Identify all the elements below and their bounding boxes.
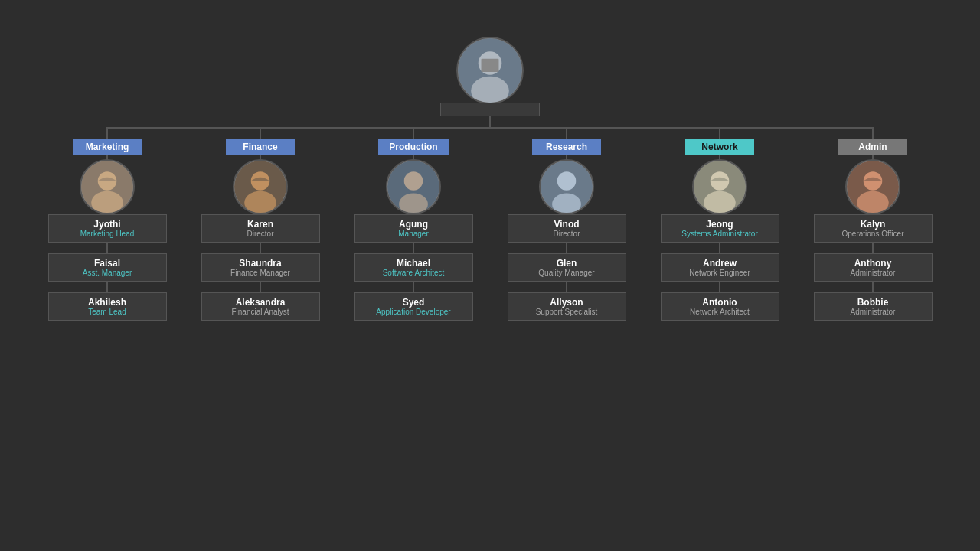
svg-rect-3 <box>482 59 499 72</box>
role-l2-admin: Administrator <box>822 269 924 277</box>
name-l3-finance: Aleksandra <box>210 297 312 308</box>
name-vinod: Vinod <box>516 219 618 230</box>
card-allyson: Allyson Support Specialist <box>508 292 626 321</box>
director-section <box>31 37 949 127</box>
svg-point-14 <box>557 171 577 191</box>
name-l3-network: Antonio <box>669 297 771 308</box>
name-l3-marketing: Akhilesh <box>57 297 158 308</box>
v-line-3 <box>413 127 414 139</box>
card-faisal: Faisal Asst. Manager <box>48 253 167 282</box>
card-karen: Karen Director <box>201 214 320 243</box>
card-aleksandra: Aleksandra Financial Analyst <box>201 292 320 321</box>
card-akhilesh: Akhilesh Team Lead <box>48 292 167 321</box>
v-line-5 <box>719 127 720 139</box>
role-l3-production: Application Developer <box>363 308 465 316</box>
name-l2-network: Andrew <box>669 258 771 269</box>
role-agung: Manager <box>363 230 465 238</box>
name-l3-research: Allyson <box>516 297 618 308</box>
card-anthony: Anthony Administrator <box>814 253 933 282</box>
card-jyothi: Jyothi Marketing Head <box>48 214 167 243</box>
avatar-agung <box>386 159 441 214</box>
card-syed: Syed Application Developer <box>354 292 473 321</box>
dept-col-research: Research Vinod Director Glen Quality Man… <box>490 139 643 321</box>
avatar-karen <box>233 159 288 214</box>
v-line-2 <box>260 127 261 139</box>
name-kalyn: Kalyn <box>822 219 924 230</box>
org-chart: Marketing Jyothi Marketing Head Faisal A… <box>31 37 949 321</box>
h-line <box>107 127 873 129</box>
role-l2-marketing: Asst. Manager <box>57 269 158 277</box>
card-vinod: Vinod Director <box>508 214 626 243</box>
role-vinod: Director <box>516 230 618 238</box>
role-l3-admin: Administrator <box>822 308 924 316</box>
svg-point-17 <box>710 171 730 191</box>
dir-down-conn <box>489 116 491 127</box>
dept-badge-finance: Finance <box>226 139 295 155</box>
director-card <box>440 103 540 116</box>
avatar-jeong <box>692 159 747 214</box>
name-l3-admin: Bobbie <box>822 297 924 308</box>
dept-col-marketing: Marketing Jyothi Marketing Head Faisal A… <box>31 139 184 321</box>
card-kalyn: Kalyn Operations Officer <box>814 214 933 243</box>
name-l2-finance: Shaundra <box>210 258 312 269</box>
role-l2-finance: Finance Manager <box>210 269 312 277</box>
card-bobbie: Bobbie Administrator <box>814 292 933 321</box>
svg-point-5 <box>98 171 117 191</box>
name-l3-production: Syed <box>363 297 465 308</box>
card-shaundra: Shaundra Finance Manager <box>201 253 320 282</box>
v-line-4 <box>566 127 567 139</box>
role-l3-finance: Financial Analyst <box>210 308 312 316</box>
v-line-1 <box>106 127 108 139</box>
name-l2-production: Michael <box>363 258 465 269</box>
role-l2-network: Network Engineer <box>669 269 771 277</box>
avatar-kalyn <box>845 159 900 214</box>
dept-badge-production: Production <box>378 139 448 155</box>
card-andrew: Andrew Network Engineer <box>661 253 779 282</box>
name-jeong: Jeong <box>669 219 771 230</box>
name-l2-admin: Anthony <box>822 258 924 269</box>
avatar-vinod <box>539 159 594 214</box>
card-agung: Agung Manager <box>354 214 473 243</box>
dept-v-lines <box>31 127 949 139</box>
card-michael: Michael Software Architect <box>354 253 473 282</box>
v-line-6 <box>872 127 874 139</box>
page: Marketing Jyothi Marketing Head Faisal A… <box>0 0 980 551</box>
role-l2-research: Quality Manager <box>516 269 618 277</box>
name-agung: Agung <box>363 219 465 230</box>
name-l2-marketing: Faisal <box>57 258 158 269</box>
dept-badge-network: Network <box>685 139 754 155</box>
svg-point-20 <box>864 171 883 191</box>
role-l3-network: Network Architect <box>669 308 771 316</box>
dept-col-network: Network Jeong Systems Administrator Andr… <box>643 139 796 321</box>
role-kalyn: Operations Officer <box>822 230 924 238</box>
card-jeong: Jeong Systems Administrator <box>661 214 779 243</box>
avatar-jyothi <box>80 159 135 214</box>
role-karen: Director <box>210 230 312 238</box>
departments-row: Marketing Jyothi Marketing Head Faisal A… <box>31 139 949 321</box>
dept-badge-admin: Admin <box>838 139 907 155</box>
role-l2-production: Software Architect <box>363 269 465 277</box>
name-jyothi: Jyothi <box>57 219 158 230</box>
svg-point-11 <box>404 171 423 191</box>
role-l3-research: Support Specialist <box>516 308 618 316</box>
role-jeong: Systems Administrator <box>669 230 771 238</box>
director-avatar <box>456 37 524 104</box>
card-antonio: Antonio Network Architect <box>661 292 779 321</box>
dept-col-production: Production Agung Manager Michael Softwar… <box>337 139 490 321</box>
svg-point-8 <box>251 171 270 191</box>
dept-badge-marketing: Marketing <box>73 139 142 155</box>
name-l2-research: Glen <box>516 258 618 269</box>
h-connector-row <box>31 127 949 139</box>
role-l3-marketing: Team Lead <box>57 308 158 316</box>
dept-badge-research: Research <box>532 139 601 155</box>
card-glen: Glen Quality Manager <box>508 253 626 282</box>
dept-col-admin: Admin Kalyn Operations Officer Anthony A… <box>796 139 949 321</box>
dept-col-finance: Finance Karen Director Shaundra Finance … <box>184 139 337 321</box>
role-jyothi: Marketing Head <box>57 230 158 238</box>
name-karen: Karen <box>210 219 312 230</box>
